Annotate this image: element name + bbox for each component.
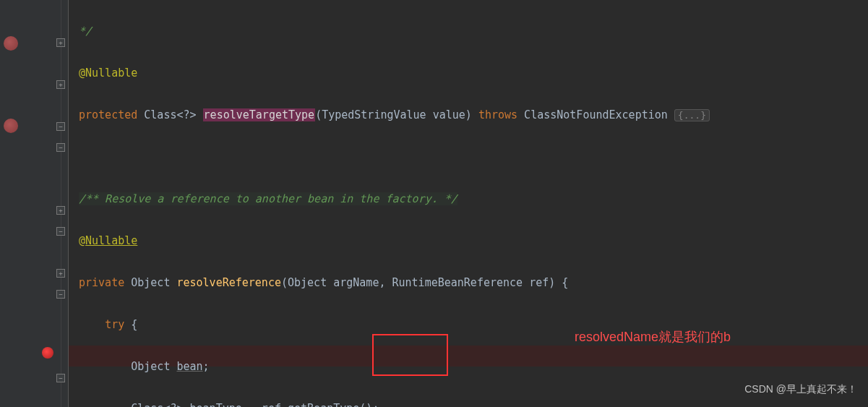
type-object: Object xyxy=(131,360,176,373)
editor-gutter: + + − − + − + − − xyxy=(0,0,69,407)
params: (Object argName, RuntimeBeanReference re… xyxy=(281,276,568,289)
breakpoint-icon[interactable] xyxy=(42,347,53,359)
fold-guide-line xyxy=(61,0,61,407)
method-name: resolveReference xyxy=(176,276,281,289)
annotation: @Nullable xyxy=(79,67,137,80)
doc-comment: /** Resolve a reference to another bean … xyxy=(79,192,457,205)
fold-toggle-icon[interactable]: + xyxy=(56,269,65,278)
semicolon: ; xyxy=(203,360,210,373)
annotation-red-text: resolvedName就是我们的b xyxy=(575,327,731,348)
fold-toggle-icon[interactable]: − xyxy=(56,227,65,236)
keyword-try: try xyxy=(105,318,124,331)
code-line: Class<?> beanType = ref.getBeanType(); xyxy=(131,402,379,407)
comment-end: */ xyxy=(79,25,92,38)
exception-type: ClassNotFoundException xyxy=(517,108,674,121)
keyword-throws: throws xyxy=(478,108,517,121)
folded-block[interactable]: {...} xyxy=(674,109,710,121)
fold-toggle-icon[interactable]: − xyxy=(56,290,65,299)
brace: { xyxy=(124,318,137,331)
fold-toggle-icon[interactable]: − xyxy=(56,374,65,382)
keyword-protected: protected xyxy=(79,108,137,121)
code-editor[interactable]: */ @Nullable protected Class<?> resolveT… xyxy=(69,0,868,407)
type xyxy=(137,108,144,121)
type-class: Class<?> xyxy=(144,108,202,121)
return-type: Object xyxy=(124,276,176,289)
params: (TypedStringValue value) xyxy=(315,108,478,121)
keyword-private: private xyxy=(79,276,124,289)
fold-toggle-icon[interactable]: + xyxy=(56,38,65,47)
annotation-red-box xyxy=(372,334,448,376)
watermark: CSDN @早上真起不来！ xyxy=(744,379,857,400)
var-bean: bean xyxy=(176,360,202,373)
fold-toggle-icon[interactable]: − xyxy=(56,143,65,152)
annotation-at: @ xyxy=(79,234,85,247)
fold-toggle-icon[interactable]: + xyxy=(56,80,65,89)
method-name-highlighted: resolveTargetType xyxy=(203,108,316,121)
breakpoint-icon[interactable] xyxy=(4,36,18,51)
fold-toggle-icon[interactable]: − xyxy=(56,122,65,131)
annotation-link[interactable]: Nullable xyxy=(85,234,137,247)
breakpoint-icon[interactable] xyxy=(4,119,18,133)
fold-toggle-icon[interactable]: + xyxy=(56,206,65,215)
